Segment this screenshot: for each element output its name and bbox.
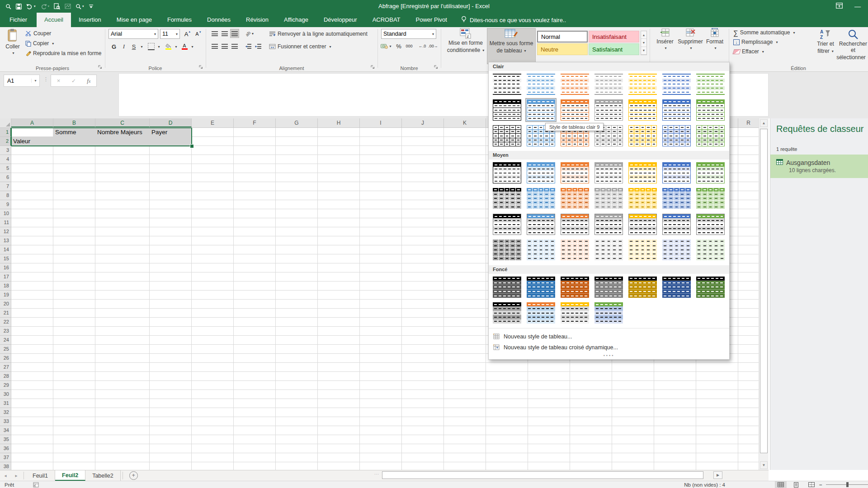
tab-insertion[interactable]: Insertion	[71, 13, 109, 27]
scroll-up-icon[interactable]: ▲	[760, 119, 768, 127]
tab-acrobat[interactable]: ACROBAT	[365, 13, 408, 27]
increase-decimal-icon[interactable]: ←.0	[417, 42, 427, 51]
row-header-33[interactable]: 33	[0, 417, 11, 426]
percent-style-icon[interactable]: %	[395, 42, 403, 51]
row-header-20[interactable]: 20	[0, 300, 11, 309]
minimize-button[interactable]: —	[854, 3, 861, 10]
name-box[interactable]: A1 ▾	[4, 75, 40, 87]
zoom-out-icon[interactable]: −	[818, 482, 822, 488]
wrap-text-button[interactable]: Renvoyer à la ligne automatiquement	[269, 29, 368, 38]
table-style-thumb[interactable]	[696, 277, 725, 298]
table-style-thumb[interactable]	[493, 214, 521, 235]
table-style-thumb[interactable]	[662, 214, 691, 235]
tab-affichage[interactable]: Affichage	[276, 13, 316, 27]
record-macro-icon[interactable]	[33, 482, 39, 488]
row-header-29[interactable]: 29	[0, 381, 11, 390]
font-size-select[interactable]: 11▾	[160, 29, 180, 39]
tab-accueil[interactable]: Accueil	[37, 13, 71, 27]
column-header-R[interactable]: R	[738, 118, 759, 127]
table-style-thumb[interactable]	[493, 188, 521, 209]
table-style-thumb[interactable]	[527, 277, 555, 298]
table-style-thumb[interactable]	[561, 277, 589, 298]
insert-cells-button[interactable]: Insérer ▾	[653, 28, 677, 61]
italic-button[interactable]: I	[119, 42, 128, 52]
orientation-icon[interactable]: ab▾	[244, 29, 255, 38]
row-header-25[interactable]: 25	[0, 345, 11, 354]
table-style-thumb[interactable]	[662, 125, 691, 146]
row-header-18[interactable]: 18	[0, 282, 11, 291]
insert-function-icon[interactable]: fx	[81, 77, 96, 84]
table-style-thumb[interactable]	[662, 162, 691, 183]
font-dialog-launcher-icon[interactable]	[198, 65, 204, 70]
font-family-select[interactable]: Arial▾	[108, 29, 158, 39]
cell-style-insatisfaisant[interactable]: Insatisfaisant	[589, 31, 639, 42]
page-layout-view-icon[interactable]	[790, 481, 802, 488]
table-style-thumb[interactable]	[527, 99, 555, 121]
save-icon[interactable]	[16, 4, 22, 9]
tab-scrollbar-splitter[interactable]: ∙∙∙	[374, 472, 379, 476]
row-header-22[interactable]: 22	[0, 318, 11, 327]
align-middle-icon[interactable]	[220, 29, 229, 38]
row-header-28[interactable]: 28	[0, 372, 11, 381]
row-header-17[interactable]: 17	[0, 272, 11, 282]
redo-button[interactable]: ▾	[40, 4, 50, 9]
table-style-thumb[interactable]	[696, 239, 725, 261]
table-style-thumb[interactable]	[662, 74, 691, 95]
row-header-26[interactable]: 26	[0, 354, 11, 363]
sheet-nav-next-icon[interactable]: ▸	[11, 470, 22, 481]
row-header-11[interactable]: 11	[0, 218, 11, 227]
table-style-thumb[interactable]	[561, 74, 589, 95]
table-style-thumb[interactable]	[628, 74, 657, 95]
borders-icon[interactable]	[146, 42, 156, 52]
row-header-15[interactable]: 15	[0, 254, 11, 263]
table-style-thumb[interactable]	[696, 99, 725, 121]
fill-dropdown-icon[interactable]: ▾	[776, 40, 778, 44]
table-style-thumb[interactable]	[594, 214, 623, 235]
row-header-31[interactable]: 31	[0, 399, 11, 408]
table-style-thumb[interactable]	[493, 162, 521, 183]
column-header-K[interactable]: K	[444, 118, 486, 127]
table-style-thumb[interactable]	[628, 214, 657, 235]
table-style-thumb[interactable]	[594, 99, 623, 121]
column-header-F[interactable]: F	[234, 118, 276, 127]
row-header-23[interactable]: 23	[0, 327, 11, 336]
undo-dropdown-icon[interactable]: ▾	[34, 5, 36, 8]
format-as-table-button[interactable]: Mettre sous forme de tableau▾	[487, 28, 536, 64]
row-header-16[interactable]: 16	[0, 263, 11, 272]
tab-mise-en-page[interactable]: Mise en page	[109, 13, 160, 27]
row-header-36[interactable]: 36	[0, 444, 11, 453]
cell-style-normal[interactable]: Normal	[537, 31, 588, 42]
table-style-thumb[interactable]	[493, 277, 521, 298]
row-header-2[interactable]: 2	[0, 137, 11, 146]
table-style-thumb[interactable]	[696, 125, 725, 146]
row-header-8[interactable]: 8	[0, 191, 11, 200]
table-style-thumb[interactable]	[493, 125, 521, 146]
copy-button[interactable]: Copier ▾	[25, 39, 54, 48]
sheet-nav-prev-icon[interactable]: ◂	[0, 470, 11, 481]
tab-révision[interactable]: Révision	[238, 13, 276, 27]
page-break-view-icon[interactable]	[806, 481, 817, 488]
column-header-C[interactable]: C	[95, 118, 150, 127]
scroll-down-icon[interactable]: ▼	[760, 461, 768, 469]
conditional-formatting-button[interactable]: ≠ Mise en forme conditionnelle▾	[445, 28, 486, 64]
table-style-thumb[interactable]	[662, 99, 691, 121]
undo-button[interactable]: ▾	[26, 4, 36, 9]
table-style-thumb[interactable]	[594, 74, 623, 95]
row-header-19[interactable]: 19	[0, 291, 11, 300]
number-dialog-launcher-icon[interactable]	[434, 65, 439, 70]
column-header-G[interactable]: G	[276, 118, 318, 127]
table-style-thumb[interactable]	[696, 214, 725, 235]
row-header-13[interactable]: 13	[0, 236, 11, 245]
table-style-thumb[interactable]	[561, 214, 589, 235]
fill-button[interactable]: ↓ Remplissage ▾	[733, 38, 778, 47]
table-style-thumb[interactable]	[527, 74, 555, 95]
font-color-icon[interactable]: A	[180, 42, 189, 52]
row-header-27[interactable]: 27	[0, 363, 11, 372]
paste-button[interactable]: Coller ▾	[3, 28, 23, 67]
font-color-dropdown-icon[interactable]: ▾	[189, 42, 194, 52]
fill-color-icon[interactable]	[164, 42, 173, 52]
cell-styles-scroll[interactable]: ▲▼▼	[641, 31, 647, 55]
confirm-entry-icon[interactable]: ✓	[66, 78, 81, 84]
row-header-3[interactable]: 3	[0, 146, 11, 155]
table-style-thumb[interactable]	[662, 239, 691, 261]
